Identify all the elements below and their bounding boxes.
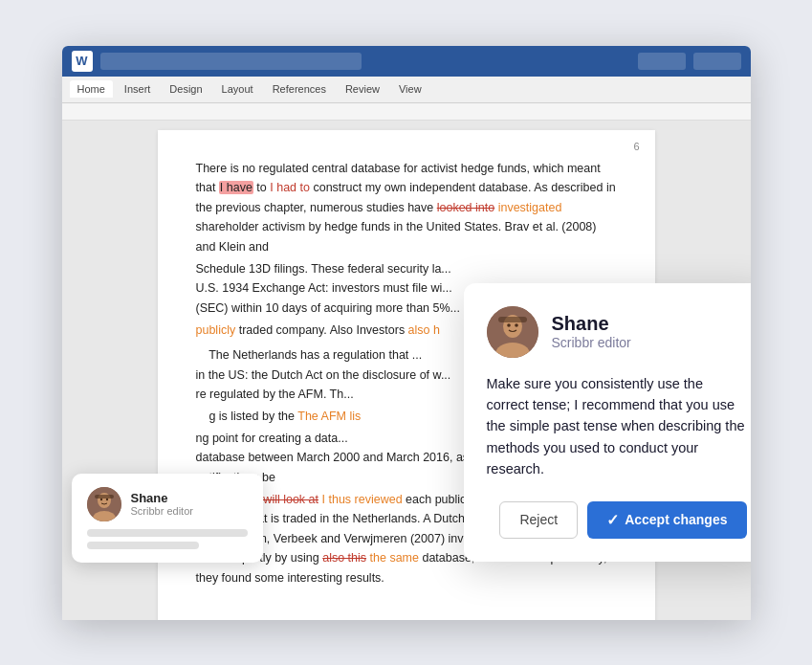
ribbon-tab-references[interactable]: References [265,80,334,98]
reject-button[interactable]: Reject [499,501,578,539]
insert-i-had-to: I had to [270,181,310,194]
modal-author: Shane Scribbr editor [487,306,747,358]
orange-thus-reviewed: I thus reviewed [322,493,403,506]
ribbon-tab-view[interactable]: View [391,80,429,98]
comment-modal: Shane Scribbr editor Make sure you consi… [464,283,751,562]
checkmark-icon: ✓ [606,511,619,529]
page-number: 6 [633,138,639,155]
comment-small-lines [87,529,248,549]
comment-small-role: Scribbr editor [131,505,193,517]
svg-point-10 [515,323,518,327]
titlebar-button-1[interactable] [638,53,686,70]
ribbon-tab-insert[interactable]: Insert [117,80,159,98]
comment-line-1 [87,529,248,537]
word-icon: W [72,51,93,72]
orange-afm-list: The AFM lis [297,410,361,423]
comment-bubble-small: Shane Scribbr editor [72,474,263,563]
accept-label: Accept changes [625,512,727,527]
comment-small-avatar [87,487,121,521]
ruler [62,103,751,121]
comment-small-author: Shane Scribbr editor [87,487,248,521]
document-area: 6 There is no regulated central database… [62,121,751,620]
orange-investigated: investigated [498,201,562,214]
svg-point-4 [105,498,107,499]
comment-small-name: Shane [131,491,193,505]
modal-author-info: Shane Scribbr editor [552,313,631,350]
highlight-i-have: I have [219,181,253,194]
strikethrough-looked-into: looked into [437,201,494,214]
comment-small-author-info: Shane Scribbr editor [131,491,193,517]
word-window: W Home Insert Design Layout References R… [62,46,751,620]
titlebar-filename [100,53,362,70]
accept-changes-button[interactable]: ✓ Accept changes [587,501,746,539]
ribbon-tab-design[interactable]: Design [162,80,209,98]
orange-publicly: publicly [196,323,236,337]
svg-point-3 [99,498,101,499]
paragraph-1: There is no regulated central database f… [196,159,617,257]
strikethrough-also-this: also this [322,551,366,565]
titlebar-button-2[interactable] [693,53,741,70]
modal-actions: Reject ✓ Accept changes [487,501,747,539]
orange-the-same: the same [370,551,419,565]
ribbon: Home Insert Design Layout References Rev… [62,77,751,103]
svg-rect-5 [95,495,114,499]
modal-avatar [487,306,538,358]
ribbon-tab-home[interactable]: Home [70,80,113,98]
ribbon-tab-review[interactable]: Review [338,80,387,98]
ribbon-tab-layout[interactable]: Layout [214,80,261,98]
titlebar: W [62,46,751,77]
modal-comment-text: Make sure you consistently use the corre… [487,373,747,480]
comment-line-2 [87,542,200,549]
modal-author-role: Scribbr editor [552,335,631,350]
modal-author-name: Shane [552,313,631,335]
svg-point-9 [507,323,511,327]
svg-rect-11 [498,317,527,322]
orange-also-h: also h [408,323,440,337]
